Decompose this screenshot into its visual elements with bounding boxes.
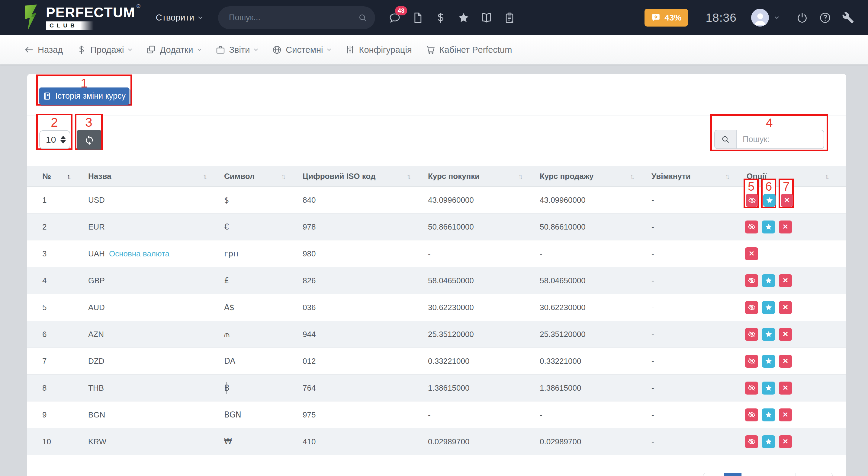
favorite-button[interactable] <box>762 220 775 234</box>
settings-button[interactable] <box>842 12 854 24</box>
row-number: 6 <box>27 321 77 348</box>
delete-button[interactable]: × <box>779 435 792 448</box>
currency-name: AUD <box>77 294 213 321</box>
column-header-1[interactable]: Назва↑↓ <box>77 166 213 187</box>
currency-name: EUR <box>77 213 213 240</box>
close-icon: × <box>783 410 788 419</box>
favorite-button[interactable] <box>762 301 775 314</box>
hide-button[interactable] <box>746 194 758 207</box>
sort-icon[interactable]: ↑↓ <box>630 172 635 180</box>
help-button[interactable] <box>819 12 831 24</box>
dollar-icon <box>77 45 86 55</box>
briefcase-icon <box>216 45 225 55</box>
refresh-button[interactable] <box>77 130 101 149</box>
create-menu[interactable]: Створити <box>156 13 203 23</box>
logout-button[interactable] <box>796 12 808 24</box>
tasks-button[interactable] <box>503 11 516 24</box>
annotation-number: 6 <box>763 180 775 193</box>
sort-icon[interactable]: ↑↓ <box>825 172 830 180</box>
favorite-button[interactable] <box>762 274 775 287</box>
base-currency-link[interactable]: Основна валюта <box>109 249 169 258</box>
delete-button[interactable]: × <box>779 274 792 287</box>
column-header-0[interactable]: №↑↓ <box>27 166 77 187</box>
page-segment-1[interactable] <box>724 473 741 476</box>
table-search-input[interactable] <box>736 130 824 149</box>
page-segment-3[interactable] <box>759 473 778 476</box>
profile-completeness-badge[interactable]: 43% <box>645 9 688 27</box>
sort-icon[interactable]: ↑↓ <box>203 172 208 180</box>
delete-button[interactable]: × <box>779 220 792 234</box>
nav-item-5[interactable]: Конфігурація <box>345 45 412 55</box>
hide-button[interactable] <box>745 274 758 287</box>
search-icon <box>358 13 367 22</box>
sort-icon[interactable]: ↑↓ <box>281 172 286 180</box>
delete-button[interactable]: × <box>779 301 792 314</box>
sort-icon[interactable]: ↑↓ <box>67 172 71 180</box>
sort-icon[interactable]: ↑↓ <box>725 172 730 180</box>
page-length-select[interactable]: 10 <box>39 130 70 149</box>
page-segment-5[interactable] <box>796 473 814 476</box>
hide-button[interactable] <box>745 435 758 448</box>
favorites-button[interactable] <box>457 11 470 24</box>
arrow-left-icon <box>24 45 34 55</box>
chat-button[interactable]: 43 <box>389 11 401 24</box>
favorite-button[interactable] <box>762 382 775 395</box>
favorite-button[interactable] <box>762 435 775 448</box>
sort-icon[interactable]: ↑↓ <box>406 172 411 180</box>
nav-item-6[interactable]: Кабінет Perfectum <box>426 45 512 55</box>
favorite-button[interactable] <box>762 408 775 421</box>
iso-code: 764 <box>291 375 417 402</box>
user-menu-caret-icon[interactable] <box>774 16 779 19</box>
hide-button[interactable] <box>745 220 758 234</box>
nav-item-2[interactable]: Додатки <box>146 45 202 55</box>
page-segment-0[interactable] <box>704 473 724 476</box>
delete-button[interactable]: × <box>745 247 758 260</box>
delete-button[interactable]: × <box>779 408 792 421</box>
favorite-button[interactable] <box>763 194 776 207</box>
delete-button[interactable]: × <box>781 194 793 207</box>
global-search-input[interactable] <box>218 13 375 22</box>
column-header-5[interactable]: Курс продажу↑↓ <box>529 166 640 187</box>
column-header-label: Цифровий ISO код <box>303 172 375 181</box>
history-button[interactable]: Історія зміни курсу <box>39 88 129 105</box>
documents-button[interactable] <box>411 11 424 24</box>
column-header-2[interactable]: Символ↑↓ <box>213 166 291 187</box>
knowledge-base-button[interactable] <box>480 11 493 24</box>
page-segment-6[interactable] <box>814 473 833 476</box>
nav-item-3[interactable]: Звіти <box>216 45 258 55</box>
column-header-4[interactable]: Курс покупки↑↓ <box>417 166 529 187</box>
hide-button[interactable] <box>745 382 758 395</box>
brand-logo[interactable]: PERFECTUM® CLUB <box>24 4 141 31</box>
hide-button[interactable] <box>745 301 758 314</box>
delete-button[interactable]: × <box>779 382 792 395</box>
navbar: НазадПродажіДодаткиЗвітиСистемніКонфігур… <box>0 35 868 65</box>
hide-button[interactable] <box>745 355 758 368</box>
annotation-number: 4 <box>712 117 827 129</box>
nav-item-0[interactable]: Назад <box>24 45 63 55</box>
currency-table: №↑↓Назва↑↓Символ↑↓Цифровий ISO код↑↓Курс… <box>27 166 846 455</box>
sort-icon[interactable]: ↑↓ <box>518 172 523 180</box>
column-header-3[interactable]: Цифровий ISO код↑↓ <box>291 166 417 187</box>
row-number: 8 <box>27 375 77 402</box>
page-segment-4[interactable] <box>778 473 796 476</box>
nav-item-label: Назад <box>38 45 63 55</box>
currency-name: KRW <box>77 428 213 455</box>
favorite-button[interactable] <box>762 355 775 368</box>
row-number: 3 <box>27 240 77 267</box>
currency-symbol: ₩ <box>213 428 291 455</box>
nav-item-1[interactable]: Продажі <box>77 45 132 55</box>
favorite-button[interactable] <box>762 328 775 341</box>
hide-button[interactable] <box>745 408 758 421</box>
avatar[interactable] <box>751 9 769 27</box>
nav-item-4[interactable]: Системні <box>272 45 331 55</box>
eye-off-icon <box>748 196 756 204</box>
delete-button[interactable]: × <box>779 328 792 341</box>
hide-button[interactable] <box>745 328 758 341</box>
delete-button[interactable]: × <box>779 355 792 368</box>
wrench-icon <box>842 12 854 24</box>
create-menu-label: Створити <box>156 13 194 23</box>
page-segment-2[interactable] <box>741 473 759 476</box>
currency-symbol-glyph: ₩ <box>224 437 232 446</box>
finance-button[interactable] <box>434 11 447 24</box>
column-header-6[interactable]: Увімкнути↑↓ <box>640 166 736 187</box>
